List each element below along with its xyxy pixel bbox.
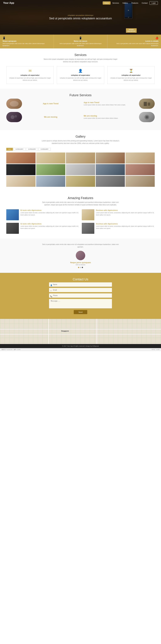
future-services-grid: App is new Trend We are moving (6, 98, 155, 125)
future-item-title-left-1: We are moving (24, 116, 77, 118)
future-item-right-0: App is new Trend Lorem ipsum dolor sit a… (84, 98, 155, 109)
watermark-right: 5/7/17 11:30 (152, 349, 160, 350)
gallery-thumb-14 (126, 176, 155, 187)
gallery-item-10[interactable] (6, 176, 36, 187)
future-left: App is new Trend We are moving (6, 98, 80, 125)
send-button[interactable]: Send (74, 310, 87, 314)
gallery-filter-cat2[interactable]: CATEGORY (26, 148, 38, 150)
feat-img-1 (82, 209, 94, 220)
services-section: Services Nemo enim ipsam voluptatem quia… (0, 48, 161, 89)
gallery-item-11[interactable] (36, 176, 66, 187)
contact-title: Contact Us (6, 278, 155, 281)
nav-link-contact[interactable]: Contact (140, 2, 149, 4)
phone-input[interactable] (49, 294, 112, 298)
future-item-text-right-1: We are moving Lorem ipsum dolor sit amet… (84, 115, 137, 119)
nav-link-gallery[interactable]: Gallery (121, 2, 130, 4)
feat-img-ph-1 (82, 209, 94, 220)
gallery-thumb-2 (66, 152, 95, 164)
gallery-section: Gallery Lorem ipsum is simply dummy text… (0, 130, 161, 192)
email-icon: ✉ (50, 290, 52, 292)
gallery-item-9[interactable] (126, 164, 155, 175)
features-grid: Et iusto odio dignissimos Lorem ipsum do… (6, 209, 155, 234)
phone-field-wrapper: 📞 (49, 294, 112, 299)
feat-item-3: Ducimus adie dignissimos Lorem ipsum dol… (82, 223, 155, 234)
future-item-text-left-1: We are moving (24, 116, 77, 118)
dot-2[interactable] (82, 267, 83, 268)
nav-links: Home Services Gallery Features Contact L… (103, 1, 158, 5)
future-item-left-0: App is new Trend (6, 98, 77, 109)
login-button[interactable]: Login (150, 1, 158, 5)
gallery-item-5[interactable] (6, 164, 36, 175)
future-right: App is new Trend Lorem ipsum dolor sit a… (80, 98, 155, 125)
gallery-filter-all[interactable]: ALL (6, 148, 13, 150)
gallery-item-1[interactable] (36, 152, 66, 164)
service-card-1: 👤 voluptas sit aspernatur voluptas sit a… (57, 66, 104, 84)
gallery-item-2[interactable] (66, 152, 95, 164)
name-field-wrapper: 👤 (49, 282, 112, 288)
service-card-title-0: voluptas sit aspernatur (9, 74, 51, 76)
gallery-item-13[interactable] (96, 176, 125, 187)
dot-1[interactable] (80, 267, 81, 268)
gallery-title: Gallery (6, 135, 155, 138)
gallery-item-0[interactable] (6, 152, 36, 164)
message-input[interactable] (49, 299, 112, 308)
nav-link-services[interactable]: Services (111, 2, 120, 4)
testimonial-avatar (76, 251, 85, 260)
testimonial-dots (6, 267, 155, 268)
feat-text-0: Et iusto odio dignissimos Lorem ipsum do… (20, 209, 79, 216)
future-item-desc-right-1: Lorem ipsum dolor sit amet notum dolore … (84, 117, 137, 119)
service-card-desc-2: voluptas sit aspernatur aut odit aut fug… (110, 77, 152, 81)
feature-icon-0: 📱 (2, 36, 51, 40)
nav-link-home[interactable]: Home (103, 2, 110, 4)
service-icon-1: 👤 (59, 69, 102, 73)
watermark-left: 素材天下 sucai.com 编号: 11350 (2, 349, 20, 350)
feat-img-ph-3 (82, 223, 94, 234)
feat-desc-2: Lorem ipsum dolor sit amet, consectetur … (20, 225, 79, 230)
gallery-item-6[interactable] (36, 164, 66, 175)
map-grid (0, 319, 161, 344)
nav-logo: Your App (3, 2, 14, 4)
name-input[interactable] (49, 282, 112, 286)
gallery-item-8[interactable] (96, 164, 125, 175)
feat-desc-1: Lorem ipsum dolor sit amet, consectetur … (96, 212, 155, 216)
testimonial-section: Sed ut perspiciatis unde omnis iste natu… (0, 238, 161, 273)
feature-item-2: 🍎 Lorem is simply Sed ut perspiciatis un… (108, 34, 161, 48)
future-item-text-left-0: App is new Trend (24, 102, 77, 105)
phone-icon: 📞 (50, 295, 52, 297)
feature-title-2: Lorem is simply (110, 40, 158, 42)
gallery-thumb-5 (6, 164, 36, 175)
nav-link-features[interactable]: Features (130, 2, 140, 4)
gallery-item-14[interactable] (126, 176, 155, 187)
features-strip: 📱 Neque quisquam Sed ut perspiciatis und… (0, 34, 161, 48)
feat-img-3 (82, 223, 94, 234)
testimonial-name: Neque porro quisquam (6, 262, 155, 264)
future-item-right-1: We are moving Lorem ipsum dolor sit amet… (84, 112, 155, 122)
gallery-filter-cat1[interactable]: CATEGORY (14, 148, 26, 150)
gallery-thumb-11 (36, 176, 66, 187)
email-input[interactable] (49, 288, 112, 292)
services-grid: ✉ voluptas sit aspernatur voluptas sit a… (6, 66, 155, 84)
service-icon-0: ✉ (9, 69, 51, 73)
testimonial-text: Sed ut perspiciatis unde omnis iste natu… (41, 243, 120, 248)
gallery-item-12[interactable] (66, 176, 95, 187)
map-section: Singapore (0, 319, 161, 344)
service-card-title-2: voluptas sit aspernatur (110, 74, 152, 76)
future-services-section: Future Services App is new Trend (0, 89, 161, 130)
future-item-title-right-0: App is new Trend (84, 102, 137, 104)
gallery-filters: ALL CATEGORY CATEGORY CATEGORY (6, 148, 155, 150)
gallery-item-3[interactable] (96, 152, 125, 164)
feat-img-ph-2 (6, 223, 19, 234)
feat-item-1: Ducimus adie dignissimos Lorem ipsum dol… (82, 209, 155, 220)
gallery-filter-cat3[interactable]: CATEGORY (38, 148, 50, 150)
gallery-thumb-8 (96, 164, 125, 175)
gallery-item-4[interactable] (126, 152, 155, 164)
feat-title-1: Ducimus adie dignissimos (96, 209, 155, 211)
feat-img-2 (6, 223, 19, 234)
map-singapore-label: Singapore (61, 330, 69, 332)
dot-0[interactable] (78, 267, 79, 268)
gallery-thumb-6 (36, 164, 66, 175)
footer-text: © 2017 Your App All rights reserved | De… (62, 345, 99, 347)
gallery-item-7[interactable] (66, 164, 95, 175)
feature-icon-1: 📱 (56, 36, 105, 40)
feat-title-2: Et iusto odio dignissimos (20, 223, 79, 225)
